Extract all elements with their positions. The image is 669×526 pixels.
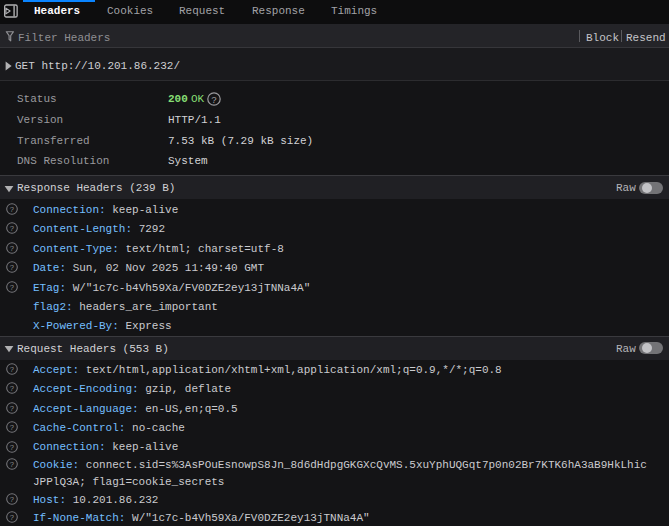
svg-text:?: ?: [10, 205, 15, 214]
svg-text:?: ?: [10, 513, 15, 522]
svg-text:?: ?: [10, 404, 15, 413]
svg-text:?: ?: [10, 224, 15, 233]
svg-text:?: ?: [10, 423, 15, 432]
svg-text:?: ?: [10, 384, 15, 393]
svg-text:?: ?: [10, 365, 15, 374]
svg-text:?: ?: [211, 94, 217, 105]
svg-text:?: ?: [10, 443, 15, 452]
svg-text:?: ?: [10, 244, 15, 253]
svg-text:?: ?: [10, 263, 15, 272]
svg-text:?: ?: [10, 283, 15, 292]
svg-text:?: ?: [10, 460, 15, 469]
svg-text:?: ?: [10, 495, 15, 504]
